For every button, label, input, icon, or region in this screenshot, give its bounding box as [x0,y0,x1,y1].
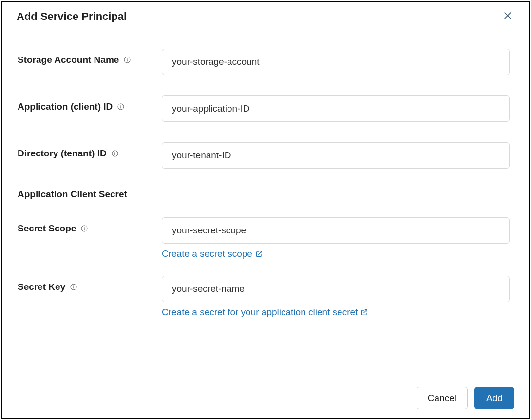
section-heading-application-client-secret: Application Client Secret [18,189,510,200]
label-storage-account-name: Storage Account Name [18,49,162,65]
svg-point-10 [114,152,115,152]
secret-key-input[interactable] [162,276,510,302]
row-directory-tenant-id: Directory (tenant) ID [18,142,510,169]
info-icon[interactable] [123,56,132,64]
svg-point-13 [84,227,85,227]
info-icon[interactable] [111,149,119,158]
external-link-icon [360,308,368,316]
modal-body: Storage Account Name Application (client… [2,32,529,379]
label-secret-scope: Secret Scope [18,217,162,234]
svg-point-16 [74,285,74,286]
info-icon[interactable] [116,102,125,111]
svg-point-4 [127,58,128,58]
link-label: Create a secret scope [162,248,252,259]
application-client-id-input[interactable] [162,95,510,122]
create-secret-link[interactable]: Create a secret for your application cli… [162,307,510,318]
modal-footer: Cancel Add [2,379,529,418]
modal-header: Add Service Principal [2,2,529,32]
link-label: Create a secret for your application cli… [162,307,358,318]
info-icon[interactable] [80,224,89,233]
directory-tenant-id-input[interactable] [162,142,510,169]
close-button[interactable] [501,9,514,24]
label-directory-tenant-id: Directory (tenant) ID [18,142,162,159]
cancel-button[interactable]: Cancel [417,387,468,409]
create-secret-scope-link[interactable]: Create a secret scope [162,248,510,259]
label-application-client-id: Application (client) ID [18,95,162,112]
row-application-client-id: Application (client) ID [18,95,510,122]
storage-account-name-input[interactable] [162,49,510,75]
close-icon [503,11,512,22]
add-service-principal-modal: Add Service Principal Storage Account Na… [1,1,530,419]
row-secret-scope: Secret Scope Create a secret scope [18,217,510,259]
row-storage-account-name: Storage Account Name [18,49,510,75]
svg-point-7 [121,105,121,105]
external-link-icon [255,250,263,258]
label-secret-key: Secret Key [18,276,162,292]
add-button[interactable]: Add [474,387,514,409]
row-secret-key: Secret Key Create a secret for your appl… [18,276,510,318]
info-icon[interactable] [69,283,78,291]
secret-scope-input[interactable] [162,217,510,244]
modal-title: Add Service Principal [17,10,127,23]
